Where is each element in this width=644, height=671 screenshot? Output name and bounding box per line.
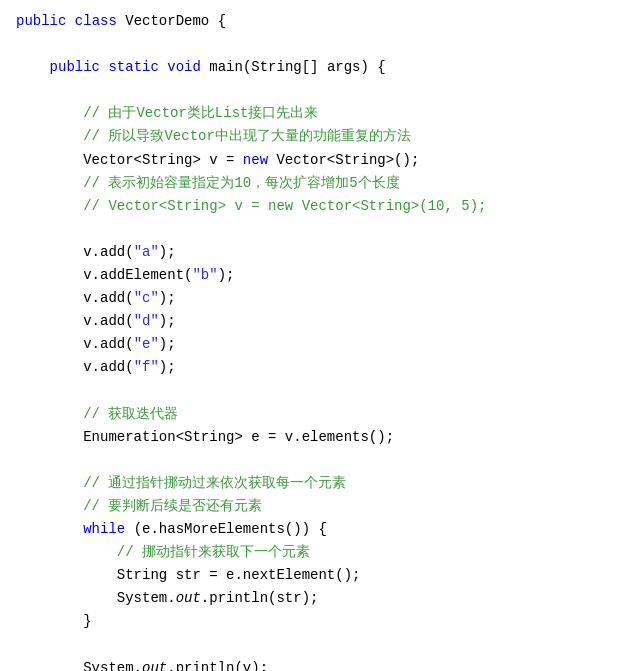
code-line [0, 218, 644, 241]
code-line: v.add("e"); [0, 333, 644, 356]
code-line: System.out.println(v); [0, 657, 644, 671]
code-line [0, 33, 644, 56]
code-line: // Vector<String> v = new Vector<String>… [0, 195, 644, 218]
code-line [0, 449, 644, 472]
code-line: // 所以导致Vector中出现了大量的功能重复的方法 [0, 125, 644, 148]
code-line: public class VectorDemo { [0, 10, 644, 33]
code-line [0, 79, 644, 102]
code-line: // 要判断后续是否还有元素 [0, 495, 644, 518]
code-line: // 由于Vector类比List接口先出来 [0, 102, 644, 125]
code-line: // 获取迭代器 [0, 403, 644, 426]
code-line: v.add("a"); [0, 241, 644, 264]
code-line: // 表示初始容量指定为10，每次扩容增加5个长度 [0, 172, 644, 195]
code-line: Enumeration<String> e = v.elements(); [0, 426, 644, 449]
code-line: } [0, 610, 644, 633]
code-line [0, 634, 644, 657]
code-line: Vector<String> v = new Vector<String>(); [0, 149, 644, 172]
code-container: public class VectorDemo { public static … [0, 0, 644, 671]
code-line: while (e.hasMoreElements()) { [0, 518, 644, 541]
code-line: System.out.println(str); [0, 587, 644, 610]
code-line: v.add("c"); [0, 287, 644, 310]
code-line: v.addElement("b"); [0, 264, 644, 287]
code-line [0, 380, 644, 403]
code-line: public static void main(String[] args) { [0, 56, 644, 79]
code-line: v.add("d"); [0, 310, 644, 333]
code-line: // 通过指针挪动过来依次获取每一个元素 [0, 472, 644, 495]
code-line: String str = e.nextElement(); [0, 564, 644, 587]
code-line: // 挪动指针来获取下一个元素 [0, 541, 644, 564]
code-line: v.add("f"); [0, 356, 644, 379]
